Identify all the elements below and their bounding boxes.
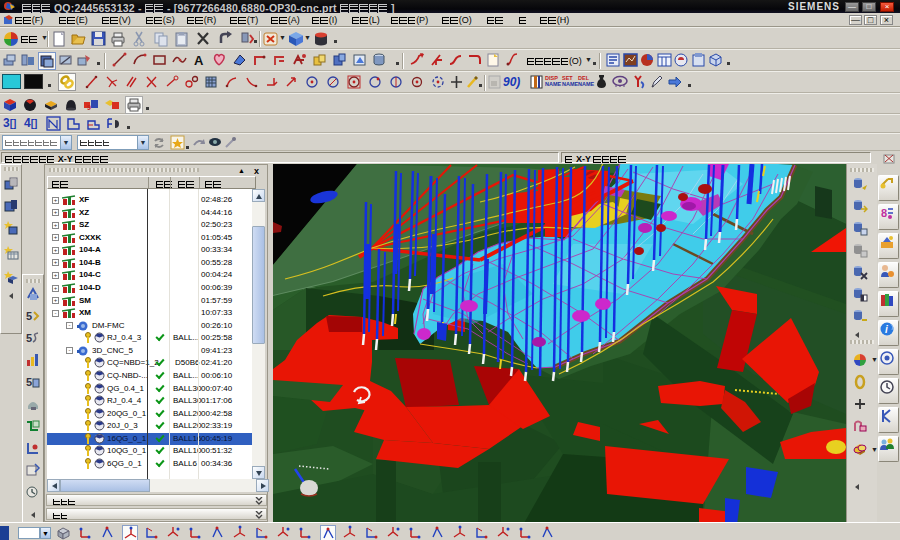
- svg-text:8: 8: [881, 207, 887, 219]
- svg-text:9: 9: [87, 104, 91, 111]
- svg-text:5: 5: [26, 376, 32, 388]
- svg-text:5: 5: [26, 332, 32, 344]
- svg-text:i: i: [885, 324, 888, 335]
- svg-text:5: 5: [26, 310, 32, 322]
- svg-text:A: A: [194, 53, 204, 68]
